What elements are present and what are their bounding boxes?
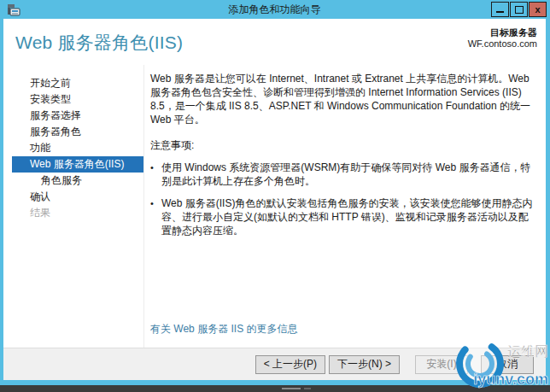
more-info-link[interactable]: 有关 Web 服务器 IIS 的更多信息 — [150, 322, 297, 336]
window-titlebar: 添加角色和功能向导 x — [3, 0, 546, 19]
target-server-name: WF.contoso.com — [468, 38, 537, 50]
maximize-icon — [515, 6, 524, 14]
previous-button[interactable]: < 上一步(P) — [255, 355, 325, 374]
bullet-dot-icon: • — [150, 161, 161, 188]
wizard-footer: < 上一步(P) 下一步(N) > 安装(I) 取消 — [3, 348, 546, 380]
target-server-label: 目标服务器 — [468, 27, 537, 38]
target-server-block: 目标服务器 WF.contoso.com — [468, 27, 537, 65]
wizard-dialog: Web 服务器角色(IIS) 目标服务器 WF.contoso.com 开始之前… — [3, 19, 546, 380]
screen: { "window": { "title": "添加角色和功能向导", "con… — [0, 0, 550, 392]
bullet-dot-icon: • — [150, 196, 161, 237]
sidebar-item-before-you-begin[interactable]: 开始之前 — [12, 75, 143, 91]
wizard-main: 开始之前 安装类型 服务器选择 服务器角色 功能 Web 服务器角色(IIS) … — [3, 65, 546, 348]
sidebar-item-installation-type[interactable]: 安装类型 — [12, 91, 143, 108]
window-controls: x — [490, 2, 547, 17]
next-button[interactable]: 下一步(N) > — [329, 355, 400, 374]
sidebar-item-web-server-role-iis[interactable]: Web 服务器角色(IIS) — [12, 156, 143, 173]
wizard-app-icon — [7, 3, 20, 16]
note-bullet-wsrm: • 使用 Windows 系统资源管理器(WSRM)有助于确保等同对待 Web … — [150, 161, 537, 188]
wizard-window: 添加角色和功能向导 x Web 服务器角色(IIS) 目标服务器 WF.cont… — [0, 0, 550, 386]
sidebar-item-server-roles[interactable]: 服务器角色 — [12, 124, 143, 140]
note-bullet-text: Web 服务器(IIS)角色的默认安装包括角色服务的安装，该安装使您能够使用静态… — [161, 196, 537, 237]
intro-paragraph: Web 服务器是让您可以在 Internet、Intranet 或 Extran… — [150, 72, 537, 126]
window-title: 添加角色和功能向导 — [3, 0, 546, 19]
page-title: Web 服务器角色(IIS) — [15, 31, 183, 65]
wizard-header: Web 服务器角色(IIS) 目标服务器 WF.contoso.com — [3, 19, 546, 65]
close-button[interactable]: x — [529, 2, 547, 17]
maximize-button[interactable] — [510, 2, 528, 17]
note-bullet-default-install: • Web 服务器(IIS)角色的默认安装包括角色服务的安装，该安装使您能够使用… — [150, 196, 537, 237]
notes-heading: 注意事项: — [150, 138, 537, 152]
page-content: Web 服务器是让您可以在 Internet、Intranet 或 Extran… — [144, 65, 546, 348]
sidebar-item-role-services[interactable]: 角色服务 — [12, 173, 143, 189]
taskbar-mark — [304, 388, 311, 389]
minimize-icon — [496, 11, 504, 13]
sidebar-item-confirmation[interactable]: 确认 — [12, 189, 143, 205]
install-button: 安装(I) — [415, 355, 468, 374]
note-bullet-text: 使用 Windows 系统资源管理器(WSRM)有助于确保等同对待 Web 服务… — [161, 161, 537, 188]
wizard-step-sidebar: 开始之前 安装类型 服务器选择 服务器角色 功能 Web 服务器角色(IIS) … — [3, 65, 144, 348]
sidebar-item-features[interactable]: 功能 — [12, 140, 143, 156]
sidebar-item-server-selection[interactable]: 服务器选择 — [12, 108, 143, 124]
sidebar-item-results: 结果 — [12, 205, 143, 221]
minimize-button[interactable] — [491, 2, 509, 17]
taskbar-mark — [282, 388, 301, 389]
cancel-button[interactable]: 取消 — [481, 355, 534, 374]
taskbar-strip — [0, 385, 550, 392]
